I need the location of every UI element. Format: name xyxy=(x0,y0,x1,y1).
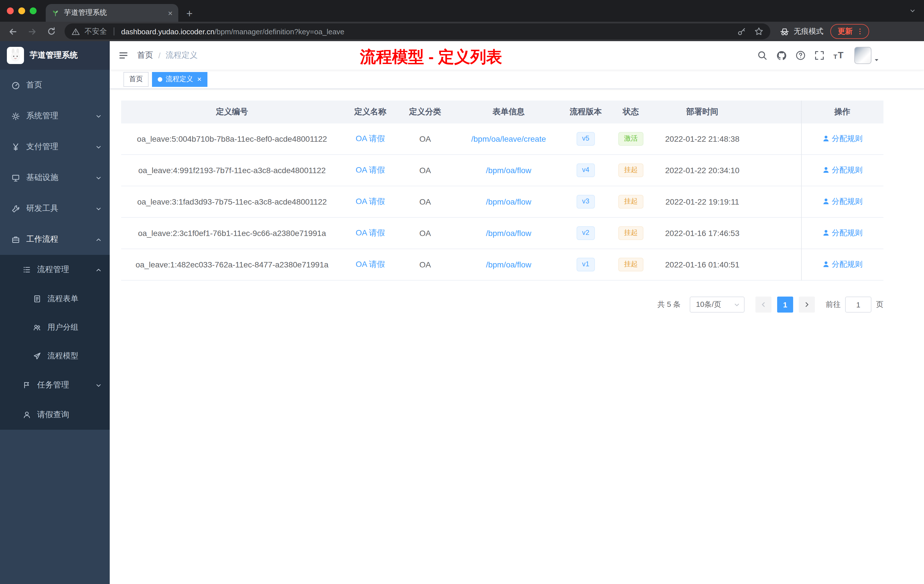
chevron-down-icon xyxy=(96,205,102,212)
page-size-select[interactable]: 10条/页 xyxy=(690,297,744,313)
col-header-status: 状态 xyxy=(607,107,655,117)
sidebar-logo[interactable]: 芋道管理系统 xyxy=(0,41,110,70)
security-label[interactable]: 不安全 xyxy=(84,26,107,36)
goto-page-input[interactable]: 1 xyxy=(845,297,871,313)
col-header-name: 定义名称 xyxy=(343,107,398,117)
security-warning-icon[interactable] xyxy=(71,27,80,36)
password-key-icon[interactable] xyxy=(737,27,746,36)
sidebar-item-payment[interactable]: 支付管理 xyxy=(0,132,110,162)
definition-name-link[interactable]: OA 请假 xyxy=(356,259,385,269)
definition-name-link[interactable]: OA 请假 xyxy=(356,196,385,206)
tag-process-definition[interactable]: 流程定义 × xyxy=(152,72,207,87)
sidebar-item-process-model[interactable]: 流程模型 xyxy=(0,342,110,370)
assign-rule-button[interactable]: 分配规则 xyxy=(822,165,863,175)
search-icon[interactable] xyxy=(757,50,768,61)
definition-name-link[interactable]: OA 请假 xyxy=(356,134,385,143)
tag-home[interactable]: 首页 xyxy=(124,72,148,87)
form-link[interactable]: /bpm/oa/flow xyxy=(486,229,531,238)
incognito-badge: 无痕模式 xyxy=(779,26,823,36)
pagination-goto: 前往 1 页 xyxy=(826,297,883,313)
window-close-button[interactable] xyxy=(7,7,14,14)
back-icon[interactable] xyxy=(8,26,18,36)
github-icon[interactable] xyxy=(776,50,787,61)
person-icon xyxy=(23,411,31,419)
sidebar-item-system[interactable]: 系统管理 xyxy=(0,101,110,132)
form-link[interactable]: /bpm/oa/flow xyxy=(486,260,531,269)
window-minimize-button[interactable] xyxy=(18,7,25,14)
browser-menu-icon[interactable] xyxy=(856,27,864,35)
browser-nav-buttons xyxy=(0,26,64,36)
reload-icon[interactable] xyxy=(47,27,56,36)
fullscreen-icon[interactable] xyxy=(815,50,825,61)
tab-search-chevron-icon[interactable] xyxy=(909,7,916,14)
forward-icon[interactable] xyxy=(27,26,37,36)
url-text[interactable]: dashboard.yudao.iocoder.cn/bpm/manager/d… xyxy=(121,27,344,36)
cell-deploy-time: 2022-01-16 17:46:53 xyxy=(655,229,750,238)
sidebar-item-process-form[interactable]: 流程表单 xyxy=(0,285,110,313)
sidebar-item-task-management[interactable]: 任务管理 xyxy=(0,370,110,400)
cell-category: OA xyxy=(398,197,452,206)
update-label: 更新 xyxy=(838,26,853,36)
assign-rule-button[interactable]: 分配规则 xyxy=(822,259,863,270)
url-host: dashboard.yudao.iocoder.cn xyxy=(121,27,214,36)
sidebar-item-leave-query[interactable]: 请假查询 xyxy=(0,400,110,430)
next-page-button[interactable] xyxy=(799,297,815,313)
tab-close-icon[interactable]: × xyxy=(168,9,173,17)
assign-rule-button[interactable]: 分配规则 xyxy=(822,134,863,144)
incognito-icon xyxy=(779,26,790,36)
prev-page-button[interactable] xyxy=(756,297,771,313)
sidebar-item-infrastructure[interactable]: 基础设施 xyxy=(0,162,110,193)
sidebar-item-workflow[interactable]: 工作流程 xyxy=(0,224,110,255)
window-zoom-button[interactable] xyxy=(30,7,36,14)
breadcrumb-home[interactable]: 首页 xyxy=(137,50,153,61)
app-title: 芋道管理系统 xyxy=(30,50,78,61)
page-annotation: 流程模型 - 定义列表 xyxy=(360,46,502,68)
cell-id: oa_leave:3:1fad3d93-7b75-11ec-a3c8-acde4… xyxy=(121,197,343,206)
sidebar-item-label: 研发工具 xyxy=(26,203,89,214)
help-icon[interactable] xyxy=(796,50,806,61)
sidebar-item-devtools[interactable]: 研发工具 xyxy=(0,193,110,224)
definition-name-link[interactable]: OA 请假 xyxy=(356,228,385,237)
cell-category: OA xyxy=(398,166,452,175)
person-icon xyxy=(822,261,830,268)
user-menu[interactable] xyxy=(854,47,879,64)
cell-category: OA xyxy=(398,260,452,269)
action-label: 分配规则 xyxy=(832,259,863,270)
form-link[interactable]: /bpm/oa/flow xyxy=(486,197,531,206)
version-tag: v5 xyxy=(576,132,595,145)
url-bar[interactable]: 不安全 dashboard.yudao.iocoder.cn/bpm/manag… xyxy=(64,23,770,40)
version-tag: v3 xyxy=(576,195,595,208)
sidebar-item-label: 流程模型 xyxy=(48,351,102,361)
person-icon xyxy=(822,135,830,143)
new-tab-button[interactable]: + xyxy=(186,8,193,19)
page-number-button[interactable]: 1 xyxy=(777,297,793,313)
caret-down-icon xyxy=(874,57,879,63)
tag-label: 流程定义 xyxy=(166,74,193,84)
table-row: oa_leave:1:482ec033-762a-11ec-8477-a2380… xyxy=(121,249,883,280)
user-avatar[interactable] xyxy=(854,47,871,64)
tab-title: 芋道管理系统 xyxy=(64,8,163,18)
font-size-icon[interactable]: TT xyxy=(833,51,843,60)
browser-update-button[interactable]: 更新 xyxy=(830,24,869,39)
sidebar-item-process-management[interactable]: 流程管理 xyxy=(0,255,110,285)
bookmark-star-icon[interactable] xyxy=(754,27,764,36)
sidebar-item-user-group[interactable]: 用户分组 xyxy=(0,313,110,342)
chevron-down-icon xyxy=(96,175,102,181)
assign-rule-button[interactable]: 分配规则 xyxy=(822,196,863,207)
cell-deploy-time: 2022-01-22 21:48:38 xyxy=(655,134,750,144)
chevron-down-icon xyxy=(734,302,740,308)
version-tag: v4 xyxy=(576,163,595,177)
navbar-actions: TT xyxy=(757,47,924,64)
browser-tab[interactable]: 芋道管理系统 × xyxy=(46,4,178,22)
assign-rule-button[interactable]: 分配规则 xyxy=(822,228,863,238)
form-link[interactable]: /bpm/oa/flow xyxy=(486,166,531,175)
action-label: 分配规则 xyxy=(832,196,863,207)
tag-close-icon[interactable]: × xyxy=(197,76,201,83)
status-badge: 挂起 xyxy=(618,226,644,240)
definition-name-link[interactable]: OA 请假 xyxy=(356,165,385,174)
hamburger-icon[interactable] xyxy=(110,50,137,61)
person-icon xyxy=(822,229,830,237)
sidebar-item-home[interactable]: 首页 xyxy=(0,70,110,101)
breadcrumb: 首页 / 流程定义 xyxy=(137,50,198,61)
form-link[interactable]: /bpm/oa/leave/create xyxy=(471,134,546,144)
